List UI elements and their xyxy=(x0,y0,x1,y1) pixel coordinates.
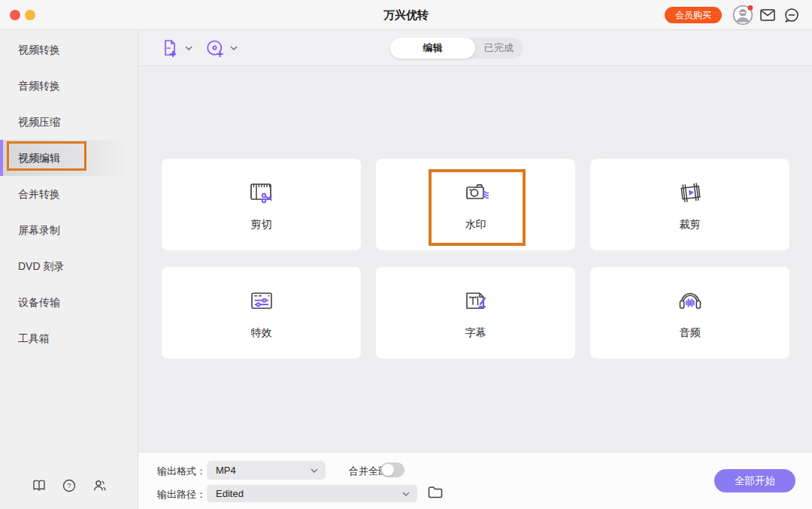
card-label: 字幕 xyxy=(465,326,486,340)
membership-buy-button[interactable]: 会员购买 xyxy=(665,7,722,23)
card-label: 水印 xyxy=(465,218,486,232)
card-crop[interactable]: 裁剪 xyxy=(590,159,789,250)
card-label: 剪切 xyxy=(251,218,272,232)
merge-all-toggle[interactable] xyxy=(380,462,404,477)
card-effects[interactable]: 特效 xyxy=(162,267,361,359)
card-cut[interactable]: 剪切 xyxy=(162,159,361,250)
card-label: 裁剪 xyxy=(680,218,701,232)
output-path-select[interactable]: Edited xyxy=(207,485,417,502)
card-audio[interactable]: 音频 xyxy=(590,267,789,359)
open-folder-button[interactable] xyxy=(428,486,443,499)
watermark-icon xyxy=(461,177,491,208)
add-disc-icon xyxy=(205,38,225,58)
chat-bubble-icon xyxy=(784,8,799,23)
svg-text:?: ? xyxy=(67,481,71,489)
folder-icon xyxy=(428,486,443,499)
sidebar-item-device-transfer[interactable]: 设备传输 xyxy=(0,284,138,320)
sidebar-footer: ? xyxy=(0,464,138,509)
card-watermark[interactable]: 水印 xyxy=(376,159,575,250)
mail-icon xyxy=(760,8,775,22)
feature-card-grid: 剪切 水印 xyxy=(162,159,789,359)
tab-finished[interactable]: 已完成 xyxy=(475,38,523,59)
sidebar-item-dvd-burn[interactable]: DVD 刻录 xyxy=(0,248,138,284)
toggle-knob xyxy=(382,464,394,476)
community-button[interactable] xyxy=(92,479,106,492)
feedback-chat-button[interactable] xyxy=(784,8,799,23)
titlebar: 万兴优转 会员购买 xyxy=(0,0,812,30)
load-dvd-button[interactable] xyxy=(205,38,238,58)
add-file-button[interactable] xyxy=(160,38,192,58)
main-toolbar: 编辑 已完成 xyxy=(138,30,812,66)
sidebar: 视频转换 音频转换 视频压缩 视频编辑 合并转换 屏幕录制 DVD 刻录 设备传… xyxy=(0,30,138,509)
crop-icon xyxy=(675,177,705,208)
mail-button[interactable] xyxy=(760,8,775,22)
sidebar-item-video-edit[interactable]: 视频编辑 xyxy=(0,140,138,176)
chevron-down-icon xyxy=(230,46,238,50)
main-content: 剪切 水印 xyxy=(138,67,812,452)
output-format-value: MP4 xyxy=(207,465,311,476)
footer-bar: 输出格式： MP4 合并全部 输出路径： Edited 全部开始 xyxy=(138,452,812,509)
sidebar-nav: 视频转换 音频转换 视频压缩 视频编辑 合并转换 屏幕录制 DVD 刻录 设备传… xyxy=(0,32,138,356)
help-icon: ? xyxy=(62,479,76,492)
sidebar-item-toolbox[interactable]: 工具箱 xyxy=(0,320,138,356)
audio-icon xyxy=(675,286,705,316)
avatar-icon xyxy=(732,5,753,26)
sidebar-item-screen-record[interactable]: 屏幕录制 xyxy=(0,212,138,248)
book-icon xyxy=(32,479,46,492)
card-subtitle[interactable]: 字幕 xyxy=(376,267,575,359)
start-all-button[interactable]: 全部开始 xyxy=(714,469,795,492)
output-path-value: Edited xyxy=(207,488,402,499)
chevron-down-icon xyxy=(402,492,410,496)
sidebar-item-video-compress[interactable]: 视频压缩 xyxy=(0,104,138,140)
effects-icon xyxy=(247,286,277,316)
output-format-select[interactable]: MP4 xyxy=(207,461,326,480)
output-format-label: 输出格式： xyxy=(157,465,206,478)
card-label: 特效 xyxy=(251,326,272,340)
cut-icon xyxy=(247,177,277,208)
output-path-label: 输出路径： xyxy=(157,488,206,501)
account-avatar[interactable] xyxy=(732,5,753,26)
chevron-down-icon xyxy=(185,46,192,50)
subtitle-icon xyxy=(461,286,491,316)
users-icon xyxy=(92,479,106,492)
sidebar-item-video-convert[interactable]: 视频转换 xyxy=(0,32,138,68)
sidebar-item-merge-convert[interactable]: 合并转换 xyxy=(0,176,138,212)
sidebar-item-audio-convert[interactable]: 音频转换 xyxy=(0,68,138,104)
add-file-icon xyxy=(160,38,180,58)
chevron-down-icon xyxy=(311,468,318,473)
tab-editing[interactable]: 编辑 xyxy=(390,38,475,59)
card-label: 音频 xyxy=(680,326,701,340)
help-button[interactable]: ? xyxy=(62,479,76,492)
view-segmented-control: 编辑 已完成 xyxy=(390,38,523,59)
user-guide-button[interactable] xyxy=(32,479,46,492)
